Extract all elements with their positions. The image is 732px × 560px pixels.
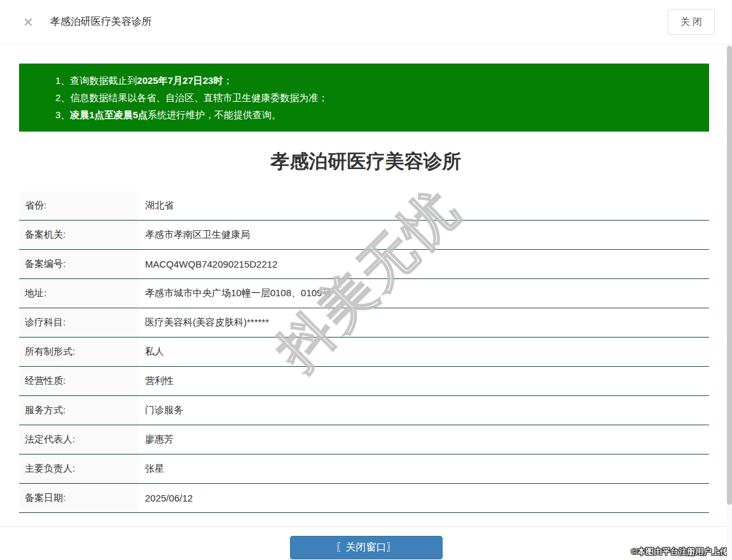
field-value: 湖北省 bbox=[139, 191, 709, 220]
table-row-address: 地址: 孝感市城市中央广场10幢一层0108、0109号 bbox=[19, 279, 709, 308]
table-row-ownership: 所有制形式: 私人 bbox=[19, 338, 709, 367]
scrollbar[interactable] bbox=[727, 44, 732, 560]
notice-box: 1、查询数据截止到2025年7月27日23时； 2、信息数据结果以各省、自治区、… bbox=[19, 64, 709, 132]
field-value: 营利性 bbox=[139, 367, 709, 395]
footer-actions: 〖关闭窗口〗 bbox=[0, 527, 732, 560]
table-row-filing-number: 备案编号: MACQ4WQB742090215D2212 bbox=[19, 250, 709, 279]
field-label: 省份: bbox=[19, 191, 139, 220]
field-value: 孝感市城市中央广场10幢一层0108、0109号 bbox=[139, 279, 709, 308]
field-value: 张星 bbox=[139, 454, 709, 483]
table-row-filing-date: 备案日期: 2025/06/12 bbox=[19, 484, 709, 513]
field-label: 经营性质: bbox=[19, 367, 139, 395]
table-row-filing-authority: 备案机关: 孝感市孝南区卫生健康局 bbox=[19, 221, 709, 250]
copyright-stamp: ©本图由平台注册用户上传 bbox=[631, 546, 728, 557]
detail-table: 省份: 湖北省 备案机关: 孝感市孝南区卫生健康局 备案编号: MACQ4WQB… bbox=[19, 191, 709, 513]
field-label: 法定代表人: bbox=[19, 425, 139, 454]
field-label: 备案编号: bbox=[19, 250, 139, 278]
field-label: 服务方式: bbox=[19, 396, 139, 425]
table-row-person-in-charge: 主要负责人: 张星 bbox=[19, 454, 709, 484]
table-row-medical-subjects: 诊疗科目: 医疗美容科(美容皮肤科)****** bbox=[19, 308, 709, 338]
field-label: 诊疗科目: bbox=[19, 308, 139, 337]
field-value: 孝感市孝南区卫生健康局 bbox=[139, 221, 709, 249]
field-label: 备案机关: bbox=[19, 221, 139, 249]
scrollbar-thumb[interactable] bbox=[727, 46, 732, 505]
window-title: 孝感泊研医疗美容诊所 bbox=[50, 15, 152, 29]
field-value: 门诊服务 bbox=[139, 396, 709, 425]
table-row-service-mode: 服务方式: 门诊服务 bbox=[19, 396, 709, 425]
field-value: 医疗美容科(美容皮肤科)****** bbox=[139, 308, 709, 337]
table-row-legal-representative: 法定代表人: 廖惠芳 bbox=[19, 425, 709, 454]
field-label: 备案日期: bbox=[19, 484, 139, 512]
notice-line-1: 1、查询数据截止到2025年7月27日23时； bbox=[55, 72, 696, 89]
close-window-button[interactable]: 〖关闭窗口〗 bbox=[290, 536, 443, 559]
table-row-business-nature: 经营性质: 营利性 bbox=[19, 367, 709, 396]
field-value: 廖惠芳 bbox=[139, 425, 709, 454]
close-x-icon[interactable]: ✕ bbox=[23, 16, 34, 29]
field-value: MACQ4WQB742090215D2212 bbox=[139, 250, 709, 278]
close-button[interactable]: 关 闭 bbox=[668, 9, 715, 35]
notice-line-2: 2、信息数据结果以各省、自治区、直辖市卫生健康委数据为准； bbox=[55, 89, 696, 106]
field-value: 2025/06/12 bbox=[139, 484, 709, 512]
field-label: 主要负责人: bbox=[19, 454, 139, 483]
field-label: 所有制形式: bbox=[19, 338, 139, 366]
window-titlebar: ✕ 孝感泊研医疗美容诊所 关 闭 bbox=[0, 0, 732, 44]
table-row-province: 省份: 湖北省 bbox=[19, 191, 709, 221]
page-title: 孝感泊研医疗美容诊所 bbox=[0, 149, 732, 175]
field-value: 私人 bbox=[139, 338, 709, 366]
notice-line-3: 3、凌晨1点至凌晨5点系统进行维护，不能提供查询。 bbox=[55, 106, 696, 123]
field-label: 地址: bbox=[19, 279, 139, 308]
